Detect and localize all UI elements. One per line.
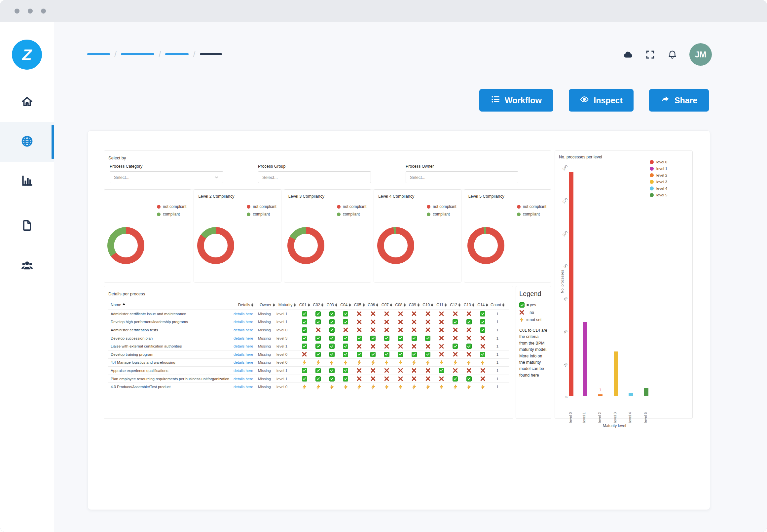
donut-legend: not compliantcompliant	[427, 204, 456, 216]
process-owner-select[interactable]: Select...	[406, 171, 518, 183]
process-category-select[interactable]: Select...	[110, 171, 223, 183]
share-button-label: Share	[675, 96, 697, 105]
check-icon	[302, 327, 307, 333]
column-header-c02[interactable]: C02	[312, 303, 325, 307]
column-header-c01[interactable]: C01	[298, 303, 312, 307]
details-link[interactable]: details here	[234, 377, 258, 381]
cross-icon	[439, 352, 444, 357]
breadcrumb-segment[interactable]	[200, 53, 222, 55]
check-icon	[302, 368, 307, 373]
process-name-cell: 4.3 Produce/Assemble/Test product	[108, 385, 234, 389]
fullscreen-icon[interactable]	[645, 50, 655, 60]
sort-icon	[404, 303, 406, 307]
maturity-model-link[interactable]: here	[531, 373, 539, 378]
details-table: NameDetailsOwnerMaturityC01C02C03C04C05C…	[108, 300, 509, 391]
count-cell: 1	[489, 344, 505, 348]
check-icon	[343, 376, 348, 382]
cross-icon	[412, 376, 417, 381]
donut-legend: not compliantcompliant	[337, 204, 366, 216]
details-link[interactable]: details here	[234, 344, 258, 348]
sidebar: Z	[0, 22, 54, 532]
window-control-dot[interactable]	[28, 9, 33, 14]
sidebar-item-home[interactable]	[0, 83, 54, 122]
process-owner-label: Process Owner	[406, 164, 518, 169]
sidebar-item-documents[interactable]	[0, 206, 54, 246]
cross-icon	[371, 376, 376, 381]
breadcrumb-segment[interactable]	[87, 53, 110, 55]
process-group-select[interactable]: Select...	[258, 171, 371, 183]
criteria-cell	[462, 352, 476, 357]
criteria-cell	[298, 360, 312, 365]
column-header-c06[interactable]: C06	[366, 303, 380, 307]
criteria-cell	[380, 368, 394, 373]
details-link[interactable]: details here	[234, 369, 258, 373]
sidebar-item-processes[interactable]	[0, 122, 54, 162]
column-header-c05[interactable]: C05	[352, 303, 366, 307]
criteria-cell	[366, 327, 380, 332]
bar-chart-panel: No. processes per level level 0level 1le…	[554, 150, 693, 419]
column-header-maturity[interactable]: Maturity	[277, 303, 298, 307]
column-header-c11[interactable]: C11	[435, 303, 449, 307]
donut-legend-item: not compliant	[157, 204, 186, 209]
column-header-c04[interactable]: C04	[339, 303, 353, 307]
bolt-icon	[480, 360, 485, 365]
share-button[interactable]: Share	[649, 89, 709, 112]
cloud-icon[interactable]	[623, 50, 633, 60]
inspect-button[interactable]: Inspect	[569, 89, 634, 112]
column-header-c10[interactable]: C10	[421, 303, 435, 307]
column-header-c12[interactable]: C12	[449, 303, 462, 307]
criteria-cell	[407, 368, 421, 373]
sidebar-item-analytics[interactable]	[0, 162, 54, 201]
criteria-cell	[298, 384, 312, 389]
details-link[interactable]: details here	[234, 352, 258, 356]
criteria-cell	[394, 376, 408, 381]
legend-dot-icon	[650, 193, 654, 197]
bell-icon[interactable]	[667, 50, 678, 60]
compliancy-card-title: Level 2 Compliancy	[198, 194, 234, 199]
bolt-icon	[316, 384, 321, 389]
cross-icon	[480, 368, 485, 373]
criteria-cell	[339, 376, 353, 382]
column-header-owner[interactable]: Owner	[258, 303, 277, 307]
check-icon	[466, 344, 472, 349]
column-header-count[interactable]: Count	[489, 303, 505, 307]
column-header-c07[interactable]: C07	[380, 303, 394, 307]
details-link[interactable]: details here	[234, 312, 258, 316]
inspect-button-label: Inspect	[594, 96, 623, 105]
check-icon	[316, 368, 321, 373]
bolt-icon	[357, 384, 362, 389]
column-header-c03[interactable]: C03	[325, 303, 339, 307]
donut-legend: not compliantcompliant	[517, 204, 546, 216]
sidebar-item-users[interactable]	[0, 246, 54, 285]
window-control-dot[interactable]	[41, 9, 46, 14]
avatar[interactable]: JM	[689, 43, 712, 66]
column-header-name[interactable]: Name	[108, 303, 234, 307]
column-header-details[interactable]: Details	[234, 303, 258, 307]
criteria-cell	[380, 311, 394, 316]
check-icon	[329, 319, 335, 324]
details-link[interactable]: details here	[234, 360, 258, 364]
cross-icon	[343, 327, 348, 332]
criteria-cell	[421, 336, 435, 341]
bolt-icon	[371, 360, 376, 365]
breadcrumb-segment[interactable]	[121, 53, 154, 55]
details-link[interactable]: details here	[234, 336, 258, 340]
check-icon	[452, 344, 458, 349]
process-name-cell: Administer certification tests	[108, 328, 234, 332]
criteria-cell	[449, 336, 462, 341]
column-header-c08[interactable]: C08	[394, 303, 408, 307]
sort-icon	[363, 303, 365, 307]
details-link[interactable]: details here	[234, 328, 258, 332]
window-control-dot[interactable]	[15, 9, 19, 14]
criteria-cell	[352, 336, 366, 341]
details-link[interactable]: details here	[234, 320, 258, 324]
column-header-c13[interactable]: C13	[462, 303, 476, 307]
maturity-cell: level 1	[277, 320, 298, 324]
column-header-c09[interactable]: C09	[407, 303, 421, 307]
details-link[interactable]: details here	[234, 385, 258, 389]
breadcrumb-segment[interactable]	[165, 53, 188, 55]
app-logo[interactable]: Z	[12, 40, 42, 70]
check-icon	[398, 352, 403, 357]
column-header-c14[interactable]: C14	[476, 303, 490, 307]
workflow-button[interactable]: Workflow	[479, 89, 553, 112]
